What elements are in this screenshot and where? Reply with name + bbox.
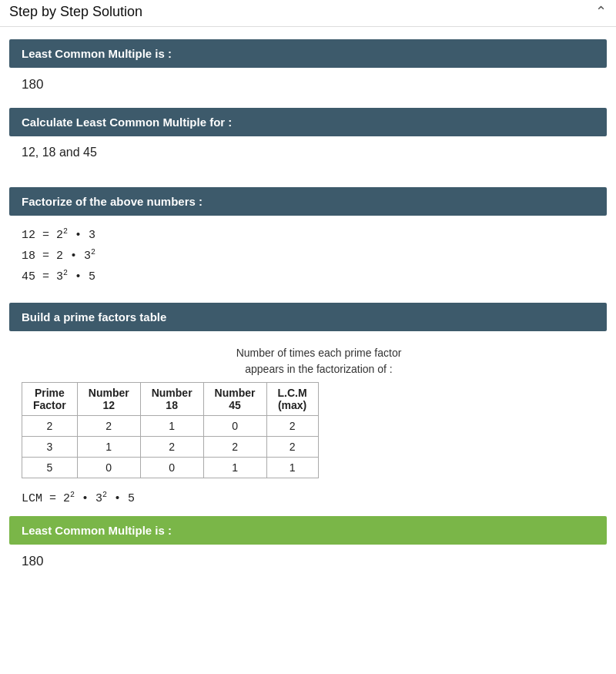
- row3-lcm: 1: [266, 458, 318, 478]
- chevron-up-icon[interactable]: ⌃: [595, 3, 607, 20]
- table-row: 2 2 1 0 2: [22, 416, 319, 437]
- col-number-18: Number18: [140, 383, 203, 416]
- row1-lcm: 2: [266, 416, 318, 437]
- calc-numbers: 12, 18 and 45: [22, 146, 97, 159]
- lcm-formula-block: LCM = 22 • 32 • 5: [0, 486, 616, 516]
- lcm-value2: 180: [22, 554, 43, 568]
- col-prime-factor: PrimeFactor: [22, 383, 78, 416]
- row2-prime: 3: [22, 437, 78, 458]
- prime-factors-table: PrimeFactor Number12 Number18 Number45 L…: [22, 382, 319, 478]
- row3-num45: 1: [203, 458, 266, 478]
- page-title: Step by Step Solution: [9, 4, 142, 20]
- factorize-block: 12 = 22 • 3 18 = 2 • 32 45 = 32 • 5: [0, 216, 616, 303]
- row1-num12: 2: [77, 416, 140, 437]
- row3-num18: 0: [140, 458, 203, 478]
- row1-prime: 2: [22, 416, 78, 437]
- factorize-line-18: 18 = 2 • 32: [22, 246, 594, 267]
- row2-num12: 1: [77, 437, 140, 458]
- factorize-line-45: 45 = 32 • 5: [22, 267, 594, 287]
- row2-num45: 2: [203, 437, 266, 458]
- factorize-line-12: 12 = 22 • 3: [22, 225, 594, 246]
- prime-table-header-bar: Build a prime factors table: [9, 303, 607, 331]
- lcm-value-block: 180: [0, 68, 616, 108]
- row1-num18: 1: [140, 416, 203, 437]
- table-header-row: PrimeFactor Number12 Number18 Number45 L…: [22, 383, 319, 416]
- factorize-header-bar: Factorize of the above numbers :: [9, 187, 607, 216]
- lcm-value: 180: [22, 77, 43, 92]
- col-number-45: Number45: [203, 383, 266, 416]
- row3-prime: 5: [22, 458, 78, 478]
- row2-lcm: 2: [266, 437, 318, 458]
- calc-numbers-block: 12, 18 and 45: [0, 136, 616, 175]
- table-row: 3 1 2 2 2: [22, 437, 319, 458]
- calc-header-bar: Calculate Least Common Multiple for :: [9, 108, 607, 136]
- row3-num12: 0: [77, 458, 140, 478]
- lcm-value2-block: 180: [0, 545, 616, 585]
- col-lcm-max: L.C.M(max): [266, 383, 318, 416]
- lcm-header2-bar: Least Common Multiple is :: [9, 516, 607, 545]
- lcm-header-bar: Least Common Multiple is :: [9, 39, 607, 68]
- table-description: Number of times each prime factor appear…: [22, 345, 616, 377]
- row2-num18: 2: [140, 437, 203, 458]
- page-header: Step by Step Solution ⌃: [0, 0, 616, 27]
- col-number-12: Number12: [77, 383, 140, 416]
- row1-num45: 0: [203, 416, 266, 437]
- table-row: 5 0 0 1 1: [22, 458, 319, 478]
